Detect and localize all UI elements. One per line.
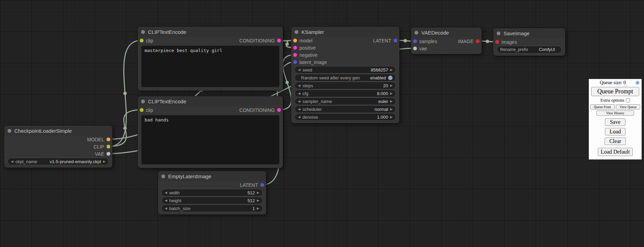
widget-value: enabled: [370, 75, 386, 80]
increment-arrow-icon[interactable]: ▶: [103, 160, 106, 163]
negative-prompt-textarea[interactable]: bad hands: [141, 115, 280, 165]
increment-arrow-icon[interactable]: ▶: [390, 108, 393, 111]
node-clip-text-encode-positive[interactable]: CLIPTextEncode clip CONDITIONING masterp…: [138, 27, 283, 91]
decrement-arrow-icon[interactable]: ◀: [165, 207, 167, 210]
random-seed-toggle-widget[interactable]: Random seed after every gen enabled: [295, 74, 396, 81]
node-title-bar[interactable]: CLIPTextEncode: [138, 27, 283, 37]
extra-options-checkbox[interactable]: [626, 98, 630, 102]
collapse-dot-icon[interactable]: [497, 31, 500, 35]
latent-output-port[interactable]: [394, 39, 397, 42]
decrement-arrow-icon[interactable]: ◀: [298, 108, 300, 111]
image-output-port[interactable]: [476, 39, 480, 43]
collapse-dot-icon[interactable]: [8, 129, 11, 133]
positive-input-port[interactable]: [293, 46, 297, 50]
clear-button[interactable]: Clear: [605, 138, 626, 145]
decrement-arrow-icon[interactable]: ◀: [298, 68, 300, 72]
collapse-dot-icon[interactable]: [161, 174, 165, 178]
samples-input-port[interactable]: [413, 39, 417, 43]
view-history-button[interactable]: View History: [596, 110, 634, 116]
output-slot-clip: CLIP: [94, 144, 110, 150]
settings-gear-icon[interactable]: [635, 80, 640, 85]
increment-arrow-icon[interactable]: ▶: [390, 92, 393, 95]
widget-label: sampler_name: [302, 99, 332, 104]
collapse-dot-icon[interactable]: [141, 100, 145, 103]
increment-arrow-icon[interactable]: ▶: [257, 199, 259, 202]
model-input-port[interactable]: [293, 39, 297, 42]
decrement-arrow-icon[interactable]: ◀: [298, 84, 300, 87]
decrement-arrow-icon[interactable]: ◀: [298, 116, 300, 119]
collapse-dot-icon[interactable]: [295, 30, 298, 34]
denoise-widget[interactable]: ◀ denoise 1.000 ▶: [295, 113, 396, 121]
node-vae-decode[interactable]: VAEDecode samples IMAGE vae: [411, 27, 482, 54]
decrement-arrow-icon[interactable]: ◀: [298, 100, 300, 103]
output-slot-conditioning: CONDITIONING: [239, 107, 281, 113]
increment-arrow-icon[interactable]: ▶: [390, 100, 393, 103]
model-output-port[interactable]: [107, 138, 110, 141]
batch-size-widget[interactable]: ◀ batch_size 1 ▶: [161, 205, 263, 212]
node-clip-text-encode-negative[interactable]: CLIPTextEncode clip CONDITIONING bad han…: [138, 96, 283, 168]
increment-arrow-icon[interactable]: ▶: [390, 116, 393, 119]
conditioning-output-port[interactable]: [277, 39, 281, 42]
increment-arrow-icon[interactable]: ▶: [390, 68, 393, 72]
height-widget[interactable]: ◀ height 512 ▶: [161, 197, 263, 204]
clip-input-port[interactable]: [140, 39, 144, 42]
seed-widget[interactable]: ◀ seed 8566257 ▶: [295, 66, 396, 74]
vae-output-port[interactable]: [107, 152, 110, 156]
toggle-on-dot-icon[interactable]: [388, 76, 393, 80]
decrement-arrow-icon[interactable]: ◀: [165, 199, 167, 202]
steps-widget[interactable]: ◀ steps 20 ▶: [295, 82, 396, 89]
decrement-arrow-icon[interactable]: ◀: [298, 92, 300, 95]
view-queue-button[interactable]: View Queue: [616, 104, 641, 109]
filename-prefix-widget[interactable]: filename_prefix ComfyUI: [497, 46, 562, 53]
ckpt-name-widget[interactable]: ◀ ckpt_name v1-5-pruned-emaonly.ckpt ▶: [8, 158, 109, 165]
queue-front-button[interactable]: Queue Front: [590, 104, 615, 109]
save-button[interactable]: Save: [605, 118, 625, 126]
load-default-button[interactable]: Load Default: [598, 148, 633, 156]
negative-input-port[interactable]: [293, 53, 297, 57]
widget-value: 512: [247, 198, 255, 203]
images-input-port[interactable]: [495, 40, 499, 44]
collapse-dot-icon[interactable]: [141, 30, 145, 34]
increment-arrow-icon[interactable]: ▶: [390, 84, 393, 87]
slot-label: model: [299, 38, 312, 43]
node-title-bar[interactable]: CheckpointLoaderSimple: [4, 126, 112, 136]
input-slot-model: model: [293, 38, 312, 43]
latent-output-port[interactable]: [260, 183, 264, 187]
node-title: CLIPTextEncode: [148, 29, 186, 35]
increment-arrow-icon[interactable]: ▶: [257, 207, 259, 210]
link-midpoint-dot: [123, 92, 127, 95]
node-title-bar[interactable]: CLIPTextEncode: [138, 96, 283, 106]
conditioning-output-port[interactable]: [277, 108, 281, 112]
comfy-menu-panel[interactable]: Queue size: 0 Queue Prompt Extra options…: [589, 79, 642, 160]
decrement-arrow-icon[interactable]: ◀: [11, 160, 13, 163]
decrement-arrow-icon[interactable]: ◀: [165, 191, 167, 194]
scheduler-widget[interactable]: ◀ scheduler normal ▶: [295, 105, 396, 113]
collapse-dot-icon[interactable]: [414, 31, 418, 35]
output-slot-model: MODEL: [87, 137, 110, 142]
vae-input-port[interactable]: [413, 47, 417, 50]
queue-prompt-button[interactable]: Queue Prompt: [591, 87, 640, 96]
positive-prompt-textarea[interactable]: masterpiece best quality girl: [141, 46, 280, 87]
slot-label: positive: [299, 45, 315, 51]
clip-input-port[interactable]: [140, 108, 144, 112]
node-save-image[interactable]: SaveImage images filename_prefix ComfyUI: [493, 28, 565, 56]
node-title-bar[interactable]: KSampler: [291, 27, 399, 37]
node-empty-latent-image[interactable]: EmptyLatentImage LATENT ◀ width 512 ▶ ◀ …: [158, 171, 266, 214]
input-slot-latent-image: latent_image: [293, 60, 327, 65]
clip-output-port[interactable]: [107, 145, 110, 148]
cfg-widget[interactable]: ◀ cfg 8.000 ▶: [295, 90, 396, 97]
node-title-bar[interactable]: SaveImage: [493, 28, 565, 38]
increment-arrow-icon[interactable]: ▶: [257, 191, 259, 194]
latent-image-input-port[interactable]: [293, 60, 297, 64]
node-checkpoint-loader-simple[interactable]: CheckpointLoaderSimple MODEL CLIP VAE ◀ …: [4, 126, 112, 168]
node-title-bar[interactable]: VAEDecode: [411, 27, 482, 38]
width-widget[interactable]: ◀ width 512 ▶: [161, 189, 263, 196]
slot-label: LATENT: [240, 182, 258, 188]
slot-label: vae: [419, 46, 427, 51]
node-ksampler[interactable]: KSampler model LATENT positive negative: [291, 27, 399, 123]
extra-options-label: Extra options: [600, 98, 624, 103]
load-button[interactable]: Load: [605, 128, 626, 135]
node-title-bar[interactable]: EmptyLatentImage: [158, 171, 266, 181]
graph-canvas[interactable]: CheckpointLoaderSimple MODEL CLIP VAE ◀ …: [0, 0, 644, 247]
sampler-name-widget[interactable]: ◀ sampler_name euler ▶: [295, 98, 396, 105]
